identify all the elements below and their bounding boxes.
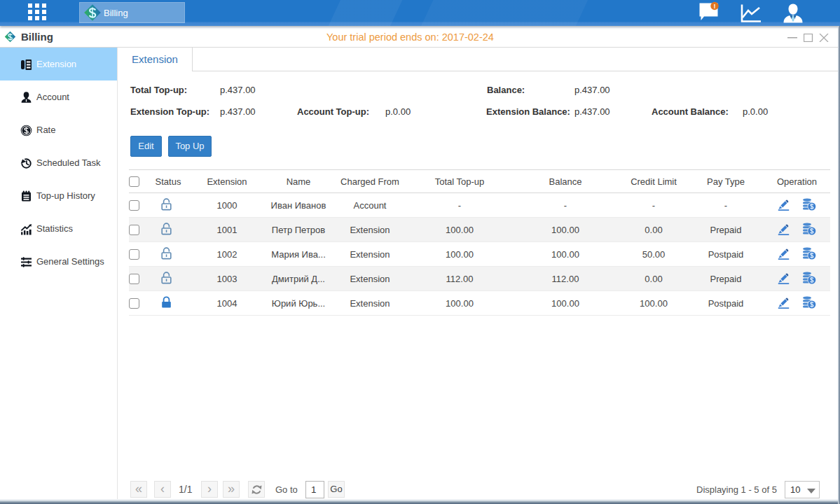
svg-text:!: !	[714, 3, 716, 10]
